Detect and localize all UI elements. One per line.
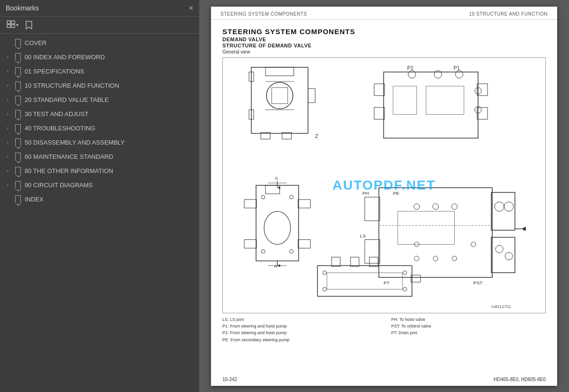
chevron-20: › (4, 97, 11, 102)
page-container: STEERING SYSTEM COMPONENTS 10 STRUCTURE … (211, 7, 557, 386)
bookmark-item-60[interactable]: › 60 MAINTENANCE STANDARD (0, 149, 199, 164)
bookmark-label-50: 50 DISASSEMBLY AND ASSEMBLY (25, 139, 194, 146)
close-button[interactable]: × (188, 4, 193, 12)
svg-rect-2 (7, 25, 10, 27)
bookmark-item-90[interactable]: › 90 CIRCUIT DIAGRAMS (0, 178, 199, 192)
dropdown-arrow: ▾ (16, 22, 18, 27)
bookmark-button[interactable] (23, 20, 35, 30)
bookmark-item-index[interactable]: › INDEX (0, 192, 199, 206)
svg-rect-26 (393, 86, 417, 114)
svg-rect-80 (327, 273, 402, 289)
svg-point-43 (261, 249, 265, 253)
bookmark-item-cover[interactable]: › COVER (0, 36, 199, 50)
bookmark-icon-10 (14, 82, 22, 89)
bookmark-label-20: 20 STANDARD VALUE TABLE (25, 96, 194, 103)
bottom-right-component: PH PE LS PT PST Z (360, 187, 526, 285)
svg-point-40 (264, 211, 291, 244)
svg-point-55 (504, 201, 514, 211)
chevron-40: › (4, 125, 11, 131)
svg-text:P2: P2 (407, 64, 413, 70)
caption-row-1: LS: LS port P1: From steering and hoist … (222, 316, 377, 344)
svg-point-42 (290, 195, 294, 199)
caption-ph: PH: To hoist valve (391, 316, 546, 323)
svg-text:LS: LS (360, 233, 366, 238)
svg-point-63 (452, 256, 457, 261)
page-number: 10-242 (222, 377, 237, 382)
svg-rect-17 (374, 83, 385, 95)
bookmark-icon-01 (14, 67, 22, 75)
caption-pe: PE: From secondary steering pump (222, 337, 377, 343)
header-right: 10 STRUCTURE AND FUNCTION (469, 11, 548, 17)
bookmark-icon-40 (14, 124, 22, 132)
bookmark-label-80: 80 THE OTHER INFORMATION (25, 167, 194, 174)
svg-text:PST: PST (473, 280, 482, 285)
bookmark-item-50[interactable]: › 50 DISASSEMBLY AND ASSEMBLY (0, 135, 199, 149)
svg-rect-3 (11, 25, 15, 27)
page-footer: 10-242 HD465-8E0, HD605-8E0 (222, 377, 546, 382)
sidebar-header: Bookmarks × (0, 0, 199, 17)
svg-point-59 (433, 203, 439, 209)
bookmark-label-01: 01 SPECIFICATIONS (25, 68, 194, 75)
bookmark-label-10: 10 STRUCTURE AND FUNCTION (25, 82, 194, 89)
header-left: STEERING SYSTEM COMPONENTS (220, 11, 307, 17)
svg-rect-79 (411, 275, 421, 282)
bookmark-item-80[interactable]: › 80 THE OTHER INFORMATION (0, 164, 199, 178)
bookmark-label-30: 30 TEST AND ADJUST (25, 110, 194, 118)
svg-rect-51 (365, 239, 380, 263)
chevron-30: › (4, 111, 11, 117)
svg-rect-77 (350, 257, 359, 266)
sidebar-title: Bookmarks (6, 4, 39, 12)
svg-point-54 (495, 201, 504, 211)
bookmark-label-90: 90 CIRCUIT DIAGRAMS (25, 182, 194, 189)
expand-all-button[interactable]: ▾ (5, 19, 20, 30)
svg-text:Z: Z (315, 133, 319, 139)
bookmark-icon-80 (14, 167, 22, 174)
svg-rect-19 (477, 83, 487, 95)
bookmark-item-00[interactable]: › 00 INDEX AND FOREWORD (0, 50, 199, 64)
svg-point-57 (505, 252, 513, 260)
caption-p2: P2: From steering and hoist pump (222, 329, 377, 336)
svg-text:A: A (275, 175, 278, 181)
chevron-60: › (4, 154, 11, 159)
bottom-center-component (318, 257, 421, 296)
chevron-50: › (4, 139, 11, 145)
bookmark-icon-30 (14, 110, 22, 118)
model-numbers: HD465-8E0, HD605-8E0 (494, 377, 546, 382)
svg-rect-18 (374, 107, 385, 119)
bottom-left-component: A A (244, 175, 310, 269)
svg-text:P1: P1 (453, 64, 459, 70)
caption-p1: P1: From steering and hoist pump (222, 323, 377, 329)
svg-rect-4 (251, 67, 308, 133)
svg-text:PE: PE (393, 190, 400, 195)
bookmark-item-20[interactable]: › 20 STANDARD VALUE TABLE (0, 92, 199, 107)
bookmark-label-cover: COVER (25, 39, 194, 46)
top-left-component: Z (249, 67, 318, 138)
bookmark-item-30[interactable]: › 30 TEST AND ADJUST (0, 107, 199, 121)
svg-rect-52 (491, 192, 515, 230)
general-view-label: General view (222, 49, 546, 55)
chevron-90: › (4, 182, 11, 188)
bookmark-item-40[interactable]: › 40 TROUBLESHOOTING (0, 121, 199, 135)
svg-text:PT: PT (384, 280, 390, 285)
svg-rect-6 (266, 67, 294, 75)
svg-rect-46 (244, 239, 257, 248)
caption-area: LS: LS port P1: From steering and hoist … (222, 313, 546, 344)
caption-pst: PST: To orbitrol valve (391, 323, 546, 329)
svg-rect-47 (298, 199, 311, 208)
main-title: STEERING SYSTEM COMPONENTS (222, 27, 546, 36)
bookmark-icon-00 (14, 53, 22, 61)
bookmark-label-index: INDEX (25, 196, 194, 203)
bookmark-item-10[interactable]: › 10 STRUCTURE AND FUNCTION (0, 78, 199, 92)
svg-point-41 (261, 195, 265, 199)
svg-rect-67 (398, 211, 455, 244)
diagram-area: AUTOPDF.NET (222, 57, 546, 313)
sidebar-toolbar: ▾ (0, 17, 199, 34)
svg-rect-78 (369, 257, 378, 266)
svg-rect-75 (318, 265, 412, 296)
bookmark-label-00: 00 INDEX AND FOREWORD (25, 54, 194, 61)
svg-rect-39 (266, 185, 280, 194)
bookmark-item-01[interactable]: › 01 SPECIFICATIONS (0, 64, 199, 78)
svg-rect-9 (308, 88, 315, 102)
bookmark-icon-50 (14, 138, 22, 146)
svg-rect-0 (7, 21, 10, 24)
